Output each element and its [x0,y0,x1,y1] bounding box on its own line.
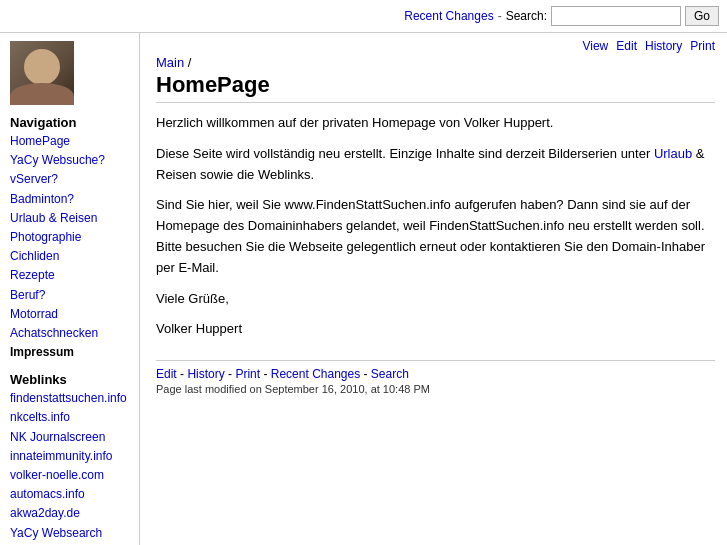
sidebar-item-impressum[interactable]: Impressum [10,343,131,362]
nav-section-title: Navigation [10,115,131,130]
sidebar-item-volkernoelle[interactable]: volker-noelle.com [10,466,131,485]
paragraph-1: Herzlich willkommen auf der privaten Hom… [156,113,715,134]
main-layout: Navigation HomePage YaCy Websuche? vServ… [0,33,727,545]
sidebar-item-motorrad[interactable]: Motorrad [10,305,131,324]
recent-changes-link[interactable]: Recent Changes [404,9,493,23]
edit-link[interactable]: Edit [616,39,637,53]
sidebar-item-rezepte[interactable]: Rezepte [10,266,131,285]
paragraph-3: Sind Sie hier, weil Sie www.FindenStattS… [156,195,715,278]
sidebar-item-findenstattsuchen[interactable]: findenstattsuchen.info [10,389,131,408]
page-title: HomePage [156,72,715,103]
sidebar-item-akwa2day[interactable]: akwa2day.de [10,504,131,523]
sidebar-item-automacs[interactable]: automacs.info [10,485,131,504]
top-bar: Recent Changes - Search: Go [0,0,727,33]
sidebar: Navigation HomePage YaCy Websuche? vServ… [0,33,140,545]
footer-search-link[interactable]: Search [371,367,409,381]
paragraph-signature: Volker Huppert [156,319,715,340]
sidebar-item-beruf[interactable]: Beruf? [10,286,131,305]
breadcrumb-separator: / [188,55,192,70]
urlaub-link[interactable]: Urlaub [654,146,692,161]
sidebar-item-badminton[interactable]: Badminton? [10,190,131,209]
paragraph-2: Diese Seite wird vollständig neu erstell… [156,144,715,186]
paragraph-greeting: Viele Grüße, [156,289,715,310]
sidebar-item-homepage[interactable]: HomePage [10,132,131,151]
breadcrumb: Main / [156,55,715,70]
print-link[interactable]: Print [690,39,715,53]
avatar [10,41,74,105]
footer-links: Edit - History - Print - Recent Changes … [156,367,715,381]
sidebar-item-cichliden[interactable]: Cichliden [10,247,131,266]
sidebar-item-nkjournal[interactable]: NK Journalscreen [10,428,131,447]
history-link[interactable]: History [645,39,682,53]
weblinks-section-title: Weblinks [10,372,131,387]
sidebar-item-yacy-websearch[interactable]: YaCy Websearch [10,524,131,543]
content-header: View Edit History Print [156,33,715,55]
sidebar-item-vserver[interactable]: vServer? [10,170,131,189]
footer-print-link[interactable]: Print [235,367,260,381]
breadcrumb-main-link[interactable]: Main [156,55,184,70]
sidebar-item-yacy[interactable]: YaCy Websuche? [10,151,131,170]
sidebar-item-urlaub[interactable]: Urlaub & Reisen [10,209,131,228]
footer-history-link[interactable]: History [187,367,224,381]
content-footer: Edit - History - Print - Recent Changes … [156,360,715,395]
sidebar-item-photographie[interactable]: Photographie [10,228,131,247]
page-body: Herzlich willkommen auf der privaten Hom… [156,113,715,340]
separator: - [498,9,502,23]
sidebar-item-nkcelts[interactable]: nkcelts.info [10,408,131,427]
go-button[interactable]: Go [685,6,719,26]
sidebar-item-innateimmunity[interactable]: innateimmunity.info [10,447,131,466]
content-area: View Edit History Print Main / HomePage … [140,33,727,545]
view-link[interactable]: View [582,39,608,53]
search-input[interactable] [551,6,681,26]
footer-recent-changes-link[interactable]: Recent Changes [271,367,360,381]
search-label: Search: [506,9,547,23]
footer-modified-text: Page last modified on September 16, 2010… [156,383,715,395]
sidebar-item-achatschnecken[interactable]: Achatschnecken [10,324,131,343]
footer-edit-link[interactable]: Edit [156,367,177,381]
